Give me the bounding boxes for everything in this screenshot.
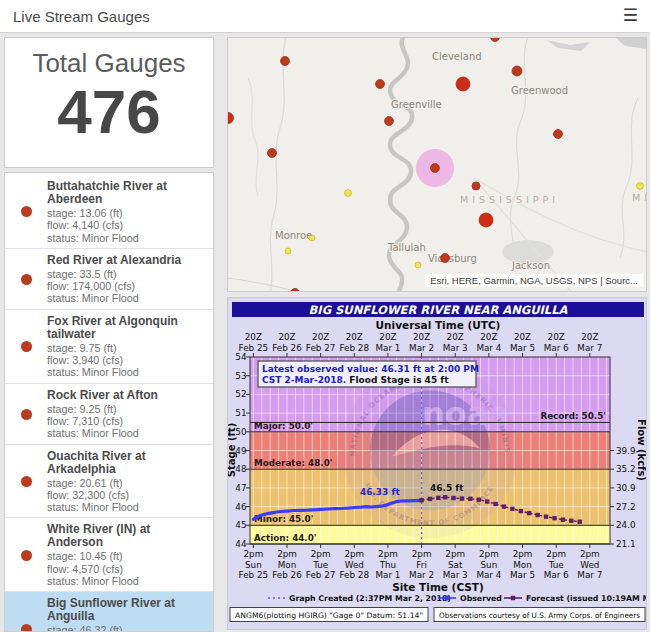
site-time-tick: 2pm [243,549,263,559]
date-tick: Feb 27 [306,570,336,580]
gauge-stage: stage: 46.32 (ft) [47,624,207,632]
utc-date-tick: Feb 26 [272,343,302,353]
dow-tick: Sat [448,560,463,570]
site-time-tick: 2pm [479,549,499,559]
site-time-tick: 2pm [546,549,566,559]
utc-date-tick: Mar 5 [510,343,535,353]
date-tick: Mar 6 [544,570,569,580]
chart-footnote: Observations courtesy of U.S. Army Corps… [439,611,640,620]
map-city-label: Greenville [391,99,442,110]
gauge-status-dot [21,206,32,217]
map-gauge-dot[interactable] [281,57,290,66]
gauge-flow: flow: 7,310 (cfs) [47,415,207,427]
site-time-tick: 2pm [445,549,465,559]
list-item[interactable]: Rock River at Aftonstage: 9.25 (ft)flow:… [5,384,213,445]
gauge-info: Red River at Alexandriastage: 33.5 (ft)f… [47,254,207,305]
dow-tick: Fri [416,560,426,570]
gauge-status: status: Minor Flood [47,427,207,439]
gauge-status: status: Minor Flood [47,501,207,513]
list-item[interactable]: Buttahatchie River at Aberdeenstage: 13.… [5,175,213,249]
list-item[interactable]: Fox River at Algonquin tailwaterstage: 9… [5,310,213,384]
forecast-point [544,514,548,518]
gauge-info: Fox River at Algonquin tailwaterstage: 9… [47,315,207,379]
forecast-point [460,496,464,500]
stage-tick: 45 [235,520,246,530]
flood-line-label: Moderate: 48.0' [254,458,333,468]
gauge-status: status: Minor Flood [47,366,207,378]
gauge-info: Big Sunflower River at Anguillastage: 46… [47,597,207,632]
map-city-label: Monroe [275,230,312,241]
flood-line-label: Action: 44.0' [254,533,317,543]
gauge-list-panel: Buttahatchie River at Aberdeenstage: 13.… [4,172,214,632]
forecast-point [419,498,423,502]
top-axis-title: Universal Time (UTC) [376,319,501,331]
forecast-point [468,497,472,501]
gauge-dot-column [5,476,47,487]
map-gauge-dot[interactable] [415,262,421,268]
list-item[interactable]: Red River at Alexandriastage: 33.5 (ft)f… [5,249,213,310]
forecast-point [578,520,582,524]
left-axis-title: Stage (ft) [228,423,237,477]
noaa-watermark: NATIONAL OCEANIC AND ATMOSPHERIC ADMINIS… [342,363,518,539]
map-gauge-dot[interactable] [376,80,385,89]
map-gauge-dot[interactable] [456,77,470,91]
gauge-name: Rock River at Afton [47,389,207,402]
gauge-status-dot [21,624,32,632]
gauge-flow: flow: 174,000 (cfs) [47,280,207,292]
chart-title: BIG SUNFLOWER RIVER NEAR ANGUILLA [309,303,568,317]
gauge-dot-column [5,550,47,561]
map[interactable]: ClevelandGreenwoodGreenvilleMISSISSIPPIM… [228,38,647,292]
forecast-point [451,496,455,500]
map-gauge-dot[interactable] [431,164,440,173]
gauge-status: status: Minor Flood [47,232,207,244]
gauge-dot-column [5,624,47,632]
gauge-dot-column [5,274,47,285]
map-gauge-dot[interactable] [385,117,394,126]
map-gauge-dot[interactable] [554,130,563,139]
site-time-tick: 2pm [378,549,398,559]
dow-tick: Sun [245,560,262,570]
gauge-dot-column [5,206,47,217]
map-gauge-dot[interactable] [479,213,493,227]
map-gauge-dot[interactable] [472,182,480,190]
gauge-stage: stage: 20.61 (ft) [47,477,207,489]
map-city-label: Jackson [511,260,550,271]
map-attribution: Esri, HERE, Garmin, NGA, USGS, NPS | Sou… [425,274,643,287]
point-value-label: 46.5 ft [430,483,464,493]
map-gauge-dot[interactable] [285,248,291,254]
forecast-point [485,499,489,503]
utc-tick: 20Z [447,332,464,342]
map-city-label: Vicksburg [428,253,477,264]
gauge-stage: stage: 10.45 (ft) [47,550,207,562]
list-item[interactable]: Big Sunflower River at Anguillastage: 46… [5,592,213,632]
gauge-status-dot [21,274,32,285]
date-tick: Mar 4 [476,570,501,580]
forecast-point [552,516,556,520]
map-gauge-dot[interactable] [637,183,644,190]
gauge-status-dot [21,341,32,352]
gauge-status-dot [21,550,32,561]
bottom-axis-title: Site Time (CST) [392,581,484,593]
gauge-name: White River (IN) at Anderson [47,523,207,549]
utc-date-tick: Mar 7 [577,343,602,353]
dow-tick: Tue [312,560,328,570]
site-time-tick: 2pm [311,549,331,559]
chart-footnote: ANGM6(plotting HGIRG) "Gage 0" Datum: 51… [235,611,423,620]
list-item[interactable]: Ouachita River at Arkadelphiastage: 20.6… [5,445,213,519]
forecast-point [561,517,565,521]
site-time-tick: 2pm [277,549,297,559]
gauge-status-dot [21,476,32,487]
hamburger-menu-icon[interactable]: ☰ [623,5,638,27]
map-gauge-dot[interactable] [309,235,315,241]
map-gauge-dot[interactable] [441,254,450,263]
list-item[interactable]: White River (IN) at Andersonstage: 10.45… [5,518,213,592]
forecast-point [436,496,440,500]
forecast-point [569,519,573,523]
map-gauge-dot[interactable] [345,190,352,197]
page-title: Live Stream Gauges [13,8,150,25]
gauge-name: Buttahatchie River at Aberdeen [47,180,207,206]
map-gauge-dot[interactable] [268,149,277,158]
gauge-status-dot [21,409,32,420]
forecast-point [428,497,432,501]
map-gauge-dot[interactable] [512,66,522,76]
